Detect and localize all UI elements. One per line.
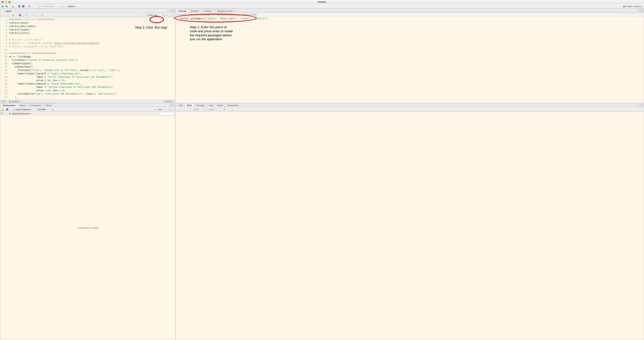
annotation-step1: Step 1: Enter this piece of code and pre… bbox=[190, 25, 234, 41]
goto-file-function-input[interactable]: Go to file/function bbox=[34, 5, 56, 8]
memory-usage-menu[interactable]: 35 MiB ▼ bbox=[36, 108, 47, 111]
toolbar-grid-button[interactable] bbox=[59, 5, 62, 8]
close-icon[interactable]: × bbox=[212, 10, 213, 12]
list-view-menu[interactable]: List bbox=[158, 108, 161, 111]
svg-point-28 bbox=[190, 108, 191, 110]
chevron-down-icon[interactable]: ▼ bbox=[162, 109, 164, 110]
maximize-pane-button[interactable]: ▢ bbox=[641, 10, 643, 12]
find-button[interactable] bbox=[25, 14, 28, 17]
tab-environment[interactable]: Environment bbox=[1, 104, 17, 107]
r-logo-icon: R bbox=[177, 14, 179, 16]
minimize-pane-button[interactable]: — bbox=[638, 104, 640, 106]
chevron-down-icon: ▼ bbox=[158, 14, 160, 16]
document-outline-button[interactable] bbox=[41, 14, 44, 17]
go-to-next-button[interactable]: ⇩ bbox=[139, 14, 142, 17]
cursor-position: 3:20 bbox=[2, 100, 6, 102]
forward-button[interactable]: ⟹ bbox=[5, 14, 8, 17]
tab-viewer[interactable]: Viewer bbox=[215, 104, 225, 107]
chevron-down-icon[interactable]: ▼ bbox=[36, 14, 37, 16]
r-scope-menu[interactable]: R bbox=[1, 112, 3, 115]
minimize-pane-button[interactable]: — bbox=[638, 10, 640, 12]
list-icon bbox=[154, 108, 156, 111]
project-menu[interactable]: Project: (None) ▼ bbox=[623, 5, 643, 8]
go-to-prev-button[interactable]: ⇧ bbox=[135, 14, 138, 17]
tab-label: Plots bbox=[187, 104, 192, 107]
tab-history[interactable]: History bbox=[18, 104, 28, 107]
chevron-down-icon[interactable]: ▼ bbox=[216, 109, 218, 110]
chevron-down-icon[interactable]: ▼ bbox=[30, 113, 32, 114]
tab-label: Tutorial bbox=[45, 104, 52, 107]
open-file-button[interactable] bbox=[11, 5, 15, 8]
tab-label: Connections bbox=[30, 104, 41, 107]
maximize-pane-button[interactable]: ▢ bbox=[172, 104, 174, 106]
chevron-down-icon: ▼ bbox=[75, 6, 76, 7]
svg-point-30 bbox=[205, 109, 206, 110]
chevron-down-icon[interactable]: ▼ bbox=[173, 109, 174, 110]
chevron-down-icon[interactable]: ▼ bbox=[63, 6, 65, 7]
prev-plot-button[interactable]: ⟸ bbox=[177, 108, 180, 111]
close-icon[interactable]: × bbox=[234, 10, 234, 12]
tab-help[interactable]: Help bbox=[207, 104, 215, 107]
maximize-pane-button[interactable]: ▢ bbox=[641, 104, 643, 106]
maximize-pane-button[interactable]: ▢ bbox=[172, 10, 174, 12]
chevron-down-icon[interactable]: ▼ bbox=[4, 113, 5, 114]
addins-menu[interactable]: Addins ▼ bbox=[68, 5, 76, 8]
chevron-updown-icon[interactable]: ⇕ bbox=[172, 100, 174, 102]
tab-tutorial[interactable]: Tutorial bbox=[43, 104, 54, 107]
outline-toggle-button[interactable] bbox=[171, 14, 174, 17]
print-button[interactable] bbox=[28, 5, 31, 8]
clear-workspace-button[interactable] bbox=[52, 108, 54, 111]
remove-plot-button[interactable]: ✖ bbox=[223, 108, 226, 111]
global-env-menu[interactable]: Global Environment bbox=[12, 112, 30, 115]
minimize-pane-button[interactable]: — bbox=[170, 10, 172, 12]
chevron-down-icon[interactable]: ▼ bbox=[166, 14, 168, 16]
source-tab-app[interactable]: R app.R × bbox=[1, 9, 15, 13]
export-menu[interactable]: Export bbox=[209, 108, 215, 111]
tab-plots[interactable]: Plots bbox=[185, 104, 194, 107]
svg-rect-4 bbox=[19, 6, 20, 7]
goto-arrow-icon bbox=[35, 6, 37, 7]
save-source-button[interactable] bbox=[18, 14, 22, 17]
save-workspace-button[interactable] bbox=[6, 108, 8, 111]
new-file-button[interactable] bbox=[1, 5, 4, 8]
project-label: Project: (None) bbox=[626, 5, 640, 8]
import-icon bbox=[13, 108, 15, 111]
reload-app-button[interactable]: ↻ bbox=[162, 14, 165, 17]
import-dataset-menu[interactable]: Import Dataset ▼ bbox=[13, 108, 32, 111]
code-tools-button[interactable] bbox=[32, 14, 35, 17]
zoom-button[interactable]: Zoom bbox=[194, 108, 199, 111]
new-project-button[interactable] bbox=[5, 5, 8, 8]
next-plot-button[interactable]: ⟹ bbox=[181, 108, 184, 111]
code-editor[interactable]: 1▾234567891011▾1213141516171819202122232… bbox=[0, 18, 175, 100]
memory-label: 35 MiB bbox=[38, 108, 45, 111]
env-search-input[interactable] bbox=[157, 112, 174, 115]
close-icon[interactable]: × bbox=[199, 10, 200, 12]
chevron-updown-icon[interactable]: ⇕ bbox=[20, 100, 22, 102]
clear-plots-button[interactable] bbox=[231, 108, 234, 111]
tab-packages[interactable]: Packages bbox=[194, 104, 207, 107]
tab-background-jobs[interactable]: Background Jobs× bbox=[215, 9, 236, 13]
close-icon[interactable]: × bbox=[12, 10, 13, 12]
tab-markers[interactable]: Markers× bbox=[202, 9, 215, 13]
tab-files[interactable]: Files bbox=[177, 104, 184, 107]
refresh-env-button[interactable]: ↻ bbox=[168, 108, 172, 111]
tab-presentation[interactable]: Presentation bbox=[226, 104, 240, 107]
svg-rect-11 bbox=[61, 6, 62, 6]
minimize-pane-button[interactable]: — bbox=[170, 104, 172, 106]
load-workspace-button[interactable] bbox=[1, 108, 4, 111]
run-app-button[interactable]: ▶ Run App ▼ bbox=[146, 14, 161, 17]
svg-point-24 bbox=[9, 113, 11, 114]
tab-terminal[interactable]: Terminal× bbox=[189, 9, 202, 13]
search-icon bbox=[158, 113, 160, 115]
save-button[interactable] bbox=[18, 5, 21, 8]
console-body[interactable]: > install.packages(c("shiny", "data.tabl… bbox=[176, 16, 644, 103]
env-empty-message: Environment is empty bbox=[0, 116, 175, 340]
save-all-button[interactable] bbox=[22, 5, 25, 8]
back-button[interactable]: ⟸ bbox=[1, 14, 4, 17]
tab-connections[interactable]: Connections bbox=[28, 104, 43, 107]
tab-console[interactable]: Console bbox=[177, 9, 188, 13]
env-tabs: EnvironmentHistoryConnectionsTutorial — … bbox=[0, 103, 175, 107]
section-label[interactable]: Libraries bbox=[12, 100, 19, 102]
show-in-new-window-button[interactable] bbox=[12, 14, 15, 17]
file-type-label[interactable]: R Script bbox=[164, 100, 172, 102]
